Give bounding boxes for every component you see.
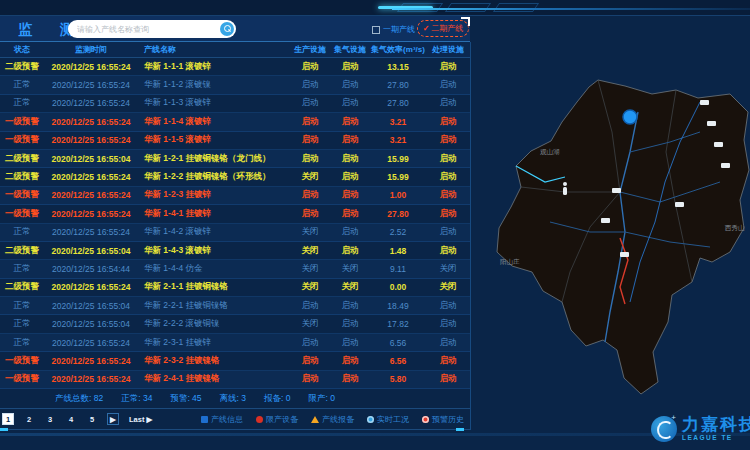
processing-cell: 启动 (426, 300, 470, 312)
production-cell: 启动 (290, 337, 330, 349)
table-row[interactable]: 二级预警2020/12/25 16:55:04华新 1-2-1 挂镀铜镍铬（龙门… (0, 150, 470, 168)
processing-cell: 启动 (426, 153, 470, 165)
table-row[interactable]: 正常2020/12/25 16:55:24华新 2-3-1 挂镀锌启动启动6.5… (0, 334, 470, 352)
column-header[interactable]: 生产设施 (290, 44, 330, 55)
table-row[interactable]: 二级预警2020/12/25 16:55:04华新 1-4-3 滚镀锌关闭启动1… (0, 242, 470, 260)
station-marker[interactable] (721, 163, 730, 168)
time-cell: 2020/12/25 16:55:24 (44, 135, 138, 145)
efficiency-cell: 0.00 (370, 282, 426, 292)
time-cell: 2020/12/25 16:55:24 (44, 374, 138, 384)
gas-cell: 启动 (330, 300, 370, 312)
station-marker[interactable] (675, 202, 684, 207)
legend-item[interactable]: 产线报备 (311, 414, 354, 425)
processing-cell: 启动 (426, 355, 470, 367)
table-row[interactable]: 正常2020/12/25 16:55:04华新 2-2-2 滚镀铜镍关闭启动17… (0, 315, 470, 333)
legend-item[interactable]: 实时工况 (367, 414, 409, 425)
production-cell: 启动 (290, 61, 330, 73)
time-cell: 2020/12/25 16:55:24 (44, 98, 138, 108)
summary-item: 报备: 0 (264, 393, 290, 405)
legend-label: 产线信息 (211, 414, 243, 425)
name-cell: 华新 2-3-2 挂镀镍铬 (138, 355, 290, 367)
time-cell: 2020/12/25 16:55:24 (44, 282, 138, 292)
table-row[interactable]: 二级预警2020/12/25 16:55:24华新 2-1-1 挂镀铜镍铬关闭关… (0, 279, 470, 297)
top-decoration-bar (0, 0, 750, 16)
legend-label: 预警历史 (432, 414, 464, 425)
checkbox-icon[interactable] (372, 26, 380, 34)
table-row[interactable]: 一级预警2020/12/25 16:55:24华新 2-4-1 挂镀镍铬启动启动… (0, 371, 470, 389)
search-box[interactable] (68, 20, 236, 38)
table-row[interactable]: 一级预警2020/12/25 16:55:24华新 2-3-2 挂镀镍铬启动启动… (0, 352, 470, 370)
table-row[interactable]: 正常2020/12/25 16:55:24华新 1-1-3 滚镀锌启动启动27.… (0, 95, 470, 113)
status-cell: 一级预警 (0, 208, 44, 220)
column-header[interactable]: 集气效率(m³/s) (370, 44, 426, 55)
production-cell: 启动 (290, 134, 330, 146)
district-outline (497, 80, 749, 394)
name-cell: 华新 2-4-1 挂镀镍铬 (138, 373, 290, 385)
map-place-label: 观山湖 (540, 148, 560, 156)
name-cell: 华新 1-4-4 仿金 (138, 263, 290, 275)
table-row[interactable]: 二级预警2020/12/25 16:55:24华新 1-1-1 滚镀锌启动启动1… (0, 58, 470, 76)
time-cell: 2020/12/25 16:55:24 (44, 209, 138, 219)
summary-item: 限产: 0 (308, 393, 334, 405)
station-marker[interactable] (620, 252, 629, 257)
gas-cell: 启动 (330, 79, 370, 91)
gas-cell: 关闭 (330, 281, 370, 293)
table-row[interactable]: 二级预警2020/12/25 16:55:24华新 1-2-2 挂镀铜镍铬（环形… (0, 168, 470, 186)
station-marker[interactable] (700, 100, 709, 105)
station-marker[interactable] (612, 188, 621, 193)
status-cell: 一级预警 (0, 189, 44, 201)
table-row[interactable]: 正常2020/12/25 16:55:04华新 2-2-1 挂镀铜镍铬启动启动1… (0, 297, 470, 315)
district-map[interactable]: 观山湖西秀山阳山庄 (470, 42, 750, 408)
name-cell: 华新 1-4-3 滚镀锌 (138, 245, 290, 257)
status-cell: 正常 (0, 79, 44, 91)
processing-cell: 启动 (426, 97, 470, 109)
production-cell: 启动 (290, 97, 330, 109)
processing-cell: 启动 (426, 134, 470, 146)
table-row[interactable]: 正常2020/12/25 16:55:24华新 1-1-2 滚镀镍启动启动27.… (0, 76, 470, 94)
legend-item[interactable]: 产线信息 (201, 414, 243, 425)
monitoring-table: 状态监测时间产线名称生产设施集气设施集气效率(m³/s)处理设施 二级预警202… (0, 42, 470, 389)
last-page-button[interactable]: Last ▶ (128, 413, 153, 425)
column-header[interactable]: 集气设施 (330, 44, 370, 55)
table-row[interactable]: 正常2020/12/25 16:54:44华新 1-4-4 仿金关闭关闭9.11… (0, 260, 470, 278)
time-cell: 2020/12/25 16:55:24 (44, 190, 138, 200)
column-header[interactable]: 监测时间 (44, 44, 138, 55)
table-row[interactable]: 正常2020/12/25 16:55:24华新 1-4-2 滚镀锌关闭启动2.5… (0, 224, 470, 242)
station-marker[interactable] (714, 142, 723, 147)
legend-item[interactable]: 限产设备 (256, 414, 298, 425)
page-button[interactable]: 4 (65, 413, 77, 425)
status-cell: 正常 (0, 226, 44, 238)
table-row[interactable]: 一级预警2020/12/25 16:55:24华新 1-1-5 滚镀锌启动启动3… (0, 132, 470, 150)
column-header[interactable]: 状态 (0, 44, 44, 55)
production-cell: 启动 (290, 189, 330, 201)
station-marker[interactable] (707, 121, 716, 126)
circle-icon (256, 416, 263, 423)
gas-cell: 关闭 (330, 263, 370, 275)
page-button[interactable]: 1 (2, 413, 14, 425)
column-header[interactable]: 处理设施 (426, 44, 470, 55)
search-icon[interactable] (220, 22, 234, 36)
map-place-label: 西秀山 (724, 224, 745, 232)
search-input[interactable] (77, 25, 220, 34)
phase1-checkbox[interactable]: 一期产线 (372, 24, 415, 35)
next-page-button[interactable]: ▶ (107, 413, 119, 425)
gas-cell: 启动 (330, 226, 370, 238)
status-cell: 正常 (0, 97, 44, 109)
page-button[interactable]: 5 (86, 413, 98, 425)
table-row[interactable]: 一级预警2020/12/25 16:55:24华新 1-2-3 挂镀锌启动启动1… (0, 187, 470, 205)
legend-label: 实时工况 (377, 414, 409, 425)
station-marker[interactable] (601, 218, 610, 223)
column-header[interactable]: 产线名称 (138, 44, 290, 55)
efficiency-cell: 1.00 (370, 190, 426, 200)
page-button[interactable]: 2 (23, 413, 35, 425)
processing-cell: 启动 (426, 373, 470, 385)
gas-cell: 启动 (330, 337, 370, 349)
logo-subtitle: LEAGUE TE (682, 435, 750, 442)
table-row[interactable]: 一级预警2020/12/25 16:55:24华新 1-1-4 滚镀锌启动启动3… (0, 113, 470, 131)
map-place-label: 阳山庄 (500, 258, 520, 266)
page-button[interactable]: 3 (44, 413, 56, 425)
name-cell: 华新 1-4-1 挂镀锌 (138, 208, 290, 220)
map-marker[interactable] (623, 110, 637, 124)
legend-item[interactable]: 预警历史 (422, 414, 464, 425)
table-row[interactable]: 一级预警2020/12/25 16:55:24华新 1-4-1 挂镀锌启动启动2… (0, 205, 470, 223)
